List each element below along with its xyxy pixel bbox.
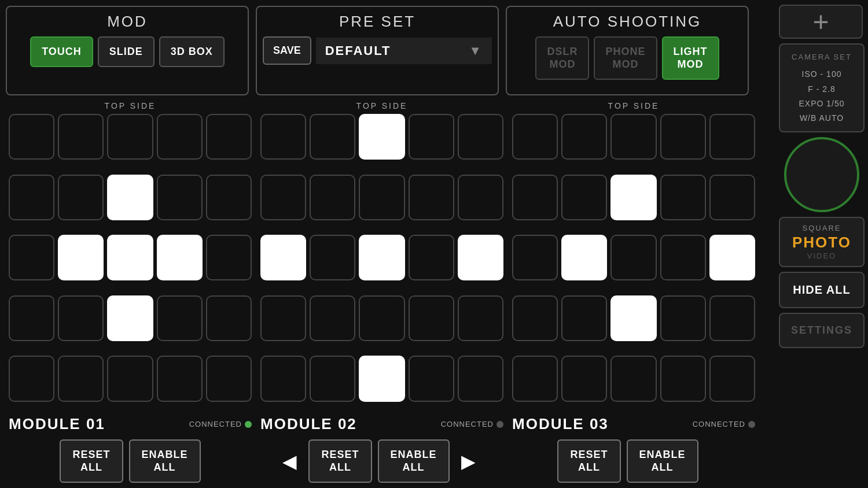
- dslr-mod-button[interactable]: DSLRMOD: [535, 36, 589, 80]
- grid-cell[interactable]: [512, 356, 558, 401]
- grid-cell[interactable]: [561, 175, 607, 220]
- module-03-reset-button[interactable]: RESETALL: [557, 439, 620, 483]
- grid-cell[interactable]: [9, 295, 54, 341]
- grid-cell[interactable]: [206, 295, 252, 341]
- grid-cell[interactable]: [310, 235, 355, 280]
- light-mod-button[interactable]: LIGHTMOD: [662, 36, 719, 80]
- grid-cell[interactable]: [409, 175, 454, 220]
- grid-cell[interactable]: [409, 295, 454, 341]
- grid-cell[interactable]: [58, 235, 104, 280]
- prev-arrow-button[interactable]: ◀: [277, 450, 303, 472]
- photo-label[interactable]: PHOTO: [786, 234, 858, 252]
- module-02-reset-button[interactable]: RESETALL: [308, 439, 372, 483]
- grid-cell[interactable]: [206, 356, 252, 401]
- grid-cell[interactable]: [107, 235, 153, 280]
- grid-cell[interactable]: [260, 356, 306, 401]
- grid-cell[interactable]: [409, 114, 454, 160]
- add-button[interactable]: +: [779, 5, 863, 39]
- grid-cell[interactable]: [660, 356, 706, 401]
- grid-cell[interactable]: [260, 235, 306, 280]
- grid-cell[interactable]: [610, 114, 656, 160]
- preset-save-button[interactable]: SAVE: [263, 36, 311, 65]
- module-03-grid: [512, 114, 755, 413]
- grid-cell[interactable]: [9, 114, 54, 160]
- grid-cell[interactable]: [458, 356, 503, 401]
- grid-cell[interactable]: [107, 175, 153, 220]
- next-arrow-button[interactable]: ▶: [455, 450, 481, 472]
- grid-cell[interactable]: [512, 235, 558, 280]
- grid-cell[interactable]: [561, 295, 607, 341]
- grid-cell[interactable]: [58, 295, 104, 341]
- expo-value: EXPO 1/50: [786, 97, 858, 111]
- grid-cell[interactable]: [359, 356, 404, 401]
- grid-cell[interactable]: [610, 295, 656, 341]
- video-label[interactable]: VIDEO: [786, 252, 858, 260]
- hide-all-button[interactable]: HIDE ALL: [779, 272, 865, 308]
- grid-cell[interactable]: [610, 175, 656, 220]
- grid-cell[interactable]: [9, 235, 54, 280]
- preset-dropdown[interactable]: DEFAULT ▼: [316, 38, 492, 64]
- grid-cell[interactable]: [157, 356, 203, 401]
- grid-cell[interactable]: [409, 235, 454, 280]
- grid-cell[interactable]: [409, 356, 454, 401]
- grid-cell[interactable]: [310, 295, 355, 341]
- grid-cell[interactable]: [157, 235, 203, 280]
- grid-cell[interactable]: [157, 175, 203, 220]
- grid-cell[interactable]: [709, 114, 755, 160]
- grid-cell[interactable]: [260, 175, 306, 220]
- grid-cell[interactable]: [58, 114, 104, 160]
- grid-cell[interactable]: [107, 114, 153, 160]
- phone-mod-button[interactable]: PHONEMOD: [594, 36, 657, 80]
- grid-cell[interactable]: [359, 235, 404, 280]
- grid-cell[interactable]: [107, 295, 153, 341]
- grid-cell[interactable]: [359, 175, 404, 220]
- grid-cell[interactable]: [709, 295, 755, 341]
- grid-cell[interactable]: [561, 235, 607, 280]
- grid-cell[interactable]: [709, 356, 755, 401]
- module-01-grid: [9, 114, 252, 413]
- grid-cell[interactable]: [561, 114, 607, 160]
- grid-cell[interactable]: [660, 295, 706, 341]
- grid-cell[interactable]: [260, 114, 306, 160]
- grid-cell[interactable]: [260, 295, 306, 341]
- grid-cell[interactable]: [310, 114, 355, 160]
- grid-cell[interactable]: [206, 235, 252, 280]
- grid-cell[interactable]: [610, 235, 656, 280]
- touch-button[interactable]: TOUCH: [30, 36, 93, 67]
- grid-cell[interactable]: [310, 175, 355, 220]
- grid-cell[interactable]: [157, 114, 203, 160]
- grid-cell[interactable]: [512, 175, 558, 220]
- grid-cell[interactable]: [359, 295, 404, 341]
- grid-cell[interactable]: [359, 114, 404, 160]
- grid-cell[interactable]: [512, 295, 558, 341]
- grid-cell[interactable]: [9, 175, 54, 220]
- module-02-enable-button[interactable]: ENABLEALL: [378, 439, 450, 483]
- grid-cell[interactable]: [709, 175, 755, 220]
- module-01-enable-button[interactable]: ENABLEALL: [129, 439, 201, 483]
- grid-cell[interactable]: [206, 114, 252, 160]
- grid-cell[interactable]: [458, 175, 503, 220]
- grid-cell[interactable]: [157, 295, 203, 341]
- dial-circle[interactable]: [784, 137, 859, 212]
- grid-cell[interactable]: [660, 235, 706, 280]
- grid-cell[interactable]: [310, 356, 355, 401]
- grid-cell[interactable]: [58, 175, 104, 220]
- grid-cell[interactable]: [561, 356, 607, 401]
- grid-cell[interactable]: [58, 356, 104, 401]
- grid-cell[interactable]: [610, 356, 656, 401]
- grid-cell[interactable]: [9, 356, 54, 401]
- grid-cell[interactable]: [660, 175, 706, 220]
- grid-cell[interactable]: [512, 114, 558, 160]
- module-01-reset-button[interactable]: RESETALL: [60, 439, 123, 483]
- grid-cell[interactable]: [458, 295, 503, 341]
- grid-cell[interactable]: [458, 114, 503, 160]
- settings-button[interactable]: SETTINGS: [779, 313, 865, 348]
- slide-button[interactable]: SLIDE: [98, 36, 155, 67]
- grid-cell[interactable]: [206, 175, 252, 220]
- grid-cell[interactable]: [458, 235, 503, 280]
- module-03-enable-button[interactable]: ENABLEALL: [627, 439, 698, 483]
- grid-cell[interactable]: [709, 235, 755, 280]
- grid-cell[interactable]: [660, 114, 706, 160]
- 3dbox-button[interactable]: 3D BOX: [159, 36, 225, 67]
- grid-cell[interactable]: [107, 356, 153, 401]
